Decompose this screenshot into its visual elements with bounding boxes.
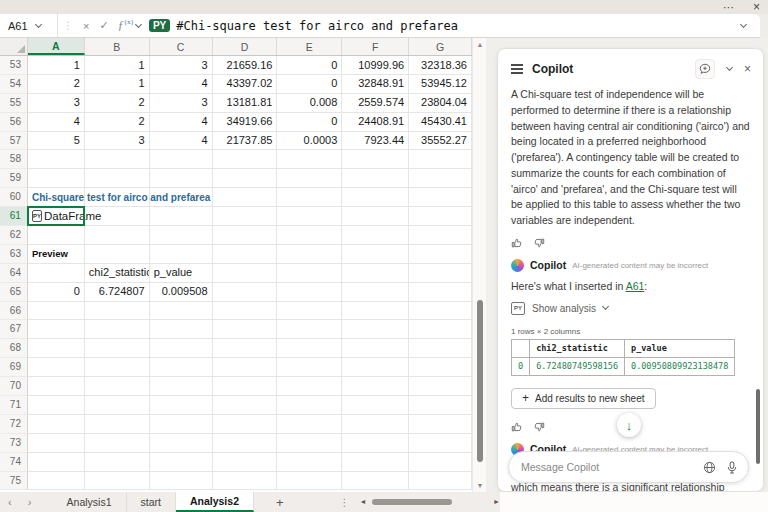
- vertical-scroll-thumb[interactable]: [477, 300, 483, 462]
- grid-cell[interactable]: [277, 377, 342, 396]
- grid-cell[interactable]: [277, 396, 342, 415]
- grid-cell[interactable]: [150, 169, 213, 188]
- grid-cell[interactable]: [28, 339, 85, 358]
- grid-cell[interactable]: 4: [28, 113, 85, 132]
- grid-cell[interactable]: 35552.27: [409, 132, 472, 151]
- grid-vertical-scrollbar[interactable]: ▲ ▼: [472, 38, 486, 492]
- grid-cell[interactable]: [85, 169, 150, 188]
- grid-cell[interactable]: [28, 415, 85, 434]
- grid-cell[interactable]: 3: [150, 56, 213, 75]
- row-header-65[interactable]: 65: [0, 283, 28, 302]
- grid-cell[interactable]: 3: [85, 132, 150, 151]
- grid-cell[interactable]: [409, 358, 472, 377]
- grid-cell[interactable]: [85, 226, 150, 245]
- grid-cell[interactable]: Preview: [28, 245, 85, 264]
- grid-cell[interactable]: [28, 377, 85, 396]
- row-header-72[interactable]: 72: [0, 415, 28, 434]
- grid-cell[interactable]: 0.0003: [277, 132, 342, 151]
- grid-cell[interactable]: 7923.44: [342, 132, 409, 151]
- grid-cell[interactable]: [277, 339, 342, 358]
- grid-cell[interactable]: [150, 150, 213, 169]
- grid-cell[interactable]: [409, 169, 472, 188]
- grid-cell[interactable]: [150, 472, 213, 491]
- row-header-69[interactable]: 69: [0, 358, 28, 377]
- grid-cell[interactable]: 1: [85, 75, 150, 94]
- sheet-options-icon[interactable]: ⋮: [334, 497, 356, 508]
- grid-cell[interactable]: [342, 358, 409, 377]
- grid-cell[interactable]: 2: [28, 75, 85, 94]
- grid-cell[interactable]: [213, 377, 278, 396]
- grid-cell[interactable]: [28, 358, 85, 377]
- cancel-entry-icon[interactable]: ×: [78, 20, 94, 32]
- grid-cell[interactable]: [277, 283, 342, 302]
- thumbs-up-icon[interactable]: [511, 421, 523, 433]
- grid-cell[interactable]: [150, 245, 213, 264]
- grid-cell[interactable]: 21659.16: [213, 56, 278, 75]
- grid-cell[interactable]: 45430.41: [409, 113, 472, 132]
- grid-cell[interactable]: [342, 245, 409, 264]
- column-header-d[interactable]: D: [213, 38, 278, 55]
- grid-cell[interactable]: [342, 226, 409, 245]
- grid-cell[interactable]: [277, 226, 342, 245]
- grid-cell[interactable]: [213, 358, 278, 377]
- row-header-66[interactable]: 66: [0, 302, 28, 321]
- grid-cell[interactable]: [277, 264, 342, 283]
- grid-cell[interactable]: [213, 302, 278, 321]
- grid-cell[interactable]: [342, 302, 409, 321]
- grid-cell[interactable]: [342, 264, 409, 283]
- grid-cell[interactable]: [28, 320, 85, 339]
- close-copilot-icon[interactable]: ×: [744, 62, 751, 76]
- grid-cell[interactable]: 4: [150, 113, 213, 132]
- row-header-55[interactable]: 55: [0, 94, 28, 113]
- row-header-62[interactable]: 62: [0, 226, 28, 245]
- grid-cell[interactable]: [409, 150, 472, 169]
- grid-cell[interactable]: [150, 226, 213, 245]
- grid-cell[interactable]: [85, 245, 150, 264]
- grid-cell[interactable]: [409, 302, 472, 321]
- sheet-tab-analysis2[interactable]: Analysis2: [176, 492, 254, 512]
- row-header-73[interactable]: 73: [0, 434, 28, 453]
- grid-cell[interactable]: [28, 396, 85, 415]
- collapse-chevron-icon[interactable]: [726, 64, 733, 71]
- grid-cell[interactable]: [342, 150, 409, 169]
- row-header-70[interactable]: 70: [0, 377, 28, 396]
- row-header-56[interactable]: 56: [0, 113, 28, 132]
- horizontal-scrollbar[interactable]: ◄ ►: [360, 492, 500, 512]
- grid-cell[interactable]: [409, 320, 472, 339]
- grid-cell[interactable]: [213, 226, 278, 245]
- scroll-right-icon[interactable]: ►: [493, 498, 500, 505]
- grid-cell[interactable]: [342, 453, 409, 472]
- grid-cell[interactable]: [409, 377, 472, 396]
- menu-icon[interactable]: [511, 62, 523, 76]
- grid-cell[interactable]: [213, 396, 278, 415]
- grid-cell[interactable]: [28, 453, 85, 472]
- grid-cell[interactable]: [150, 396, 213, 415]
- thumbs-down-icon[interactable]: [533, 237, 545, 249]
- insert-function-icon[interactable]: ƒ{x}: [114, 18, 136, 33]
- grid-cell[interactable]: [213, 472, 278, 491]
- thumbs-up-icon[interactable]: [511, 237, 523, 249]
- scroll-up-icon[interactable]: ▲: [473, 41, 487, 48]
- add-sheet-button[interactable]: +: [254, 495, 306, 510]
- grid-cell[interactable]: [342, 283, 409, 302]
- grid-cell[interactable]: [277, 302, 342, 321]
- grid-cell[interactable]: [150, 434, 213, 453]
- grid-cell[interactable]: 21737.85: [213, 132, 278, 151]
- grid-cell[interactable]: [213, 169, 278, 188]
- grid-cell[interactable]: [213, 453, 278, 472]
- row-header-58[interactable]: 58: [0, 150, 28, 169]
- grid-cell[interactable]: [277, 453, 342, 472]
- grid-cell[interactable]: 5: [28, 132, 85, 151]
- copilot-input-box[interactable]: [508, 451, 749, 483]
- grid-cell[interactable]: [213, 150, 278, 169]
- row-header-63[interactable]: 63: [0, 245, 28, 264]
- grid-cell[interactable]: [213, 188, 278, 207]
- grid-cell[interactable]: 13181.81: [213, 94, 278, 113]
- panel-scroll-thumb[interactable]: [756, 389, 760, 464]
- grid-cell[interactable]: [150, 207, 213, 226]
- grid-cell[interactable]: [150, 415, 213, 434]
- grid-cell[interactable]: 0: [277, 56, 342, 75]
- row-header-64[interactable]: 64: [0, 264, 28, 283]
- grid-cell[interactable]: [85, 320, 150, 339]
- grid-cell[interactable]: [277, 415, 342, 434]
